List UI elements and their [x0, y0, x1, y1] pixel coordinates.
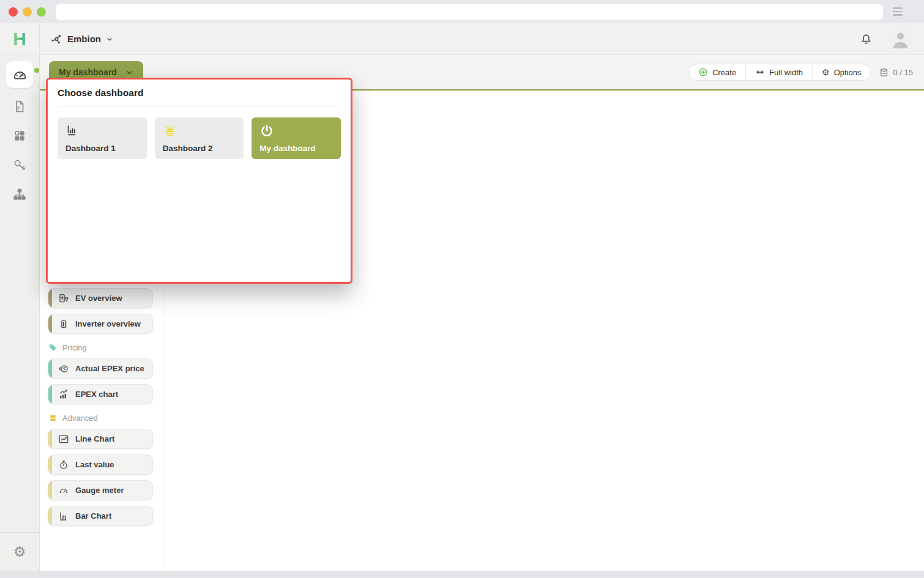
widget-item-inverter-overview[interactable]: Inverter overview	[48, 314, 153, 334]
section-label-advanced: Advanced	[48, 413, 165, 423]
options-label: Options	[834, 68, 862, 77]
widget-item-bar-chart[interactable]: Bar Chart	[48, 506, 153, 526]
section-label-text: Advanced	[62, 413, 98, 423]
toolbar-button-group: Create Full width ⚙ Options	[688, 64, 871, 81]
dashboard-card-label: Dashboard 2	[163, 144, 236, 153]
widget-label: EV overview	[75, 294, 122, 303]
create-label: Create	[712, 68, 736, 77]
window-controls	[9, 7, 46, 17]
app-header: H Embion	[0, 23, 924, 55]
accent-bar	[48, 429, 52, 449]
user-avatar[interactable]	[889, 28, 912, 50]
icon-sidebar: €	[0, 55, 40, 571]
layers-stack-icon	[879, 67, 889, 78]
layers-icon	[48, 413, 58, 423]
svg-text:€: €	[63, 366, 65, 371]
sitemap-icon	[12, 187, 27, 202]
molecule-icon	[50, 33, 62, 45]
create-button[interactable]: Create	[689, 64, 746, 80]
widget-label: Inverter overview	[75, 319, 141, 328]
widget-item-gauge-meter[interactable]: Gauge meter	[48, 480, 153, 500]
power-icon	[259, 124, 333, 138]
gear-icon: ⚙	[822, 68, 830, 76]
widget-label: Line Chart	[75, 434, 114, 443]
bar-chart-icon	[58, 511, 69, 522]
accent-bar	[48, 288, 52, 308]
widget-counter: 0 / 15	[879, 67, 913, 78]
close-window-button[interactable]	[9, 7, 18, 17]
widget-label: Gauge meter	[75, 486, 124, 495]
widget-label: EPEX chart	[75, 390, 118, 399]
gauge-icon	[58, 485, 69, 496]
plus-circle-icon	[698, 67, 708, 77]
widget-item-ev-overview[interactable]: EV overview	[48, 288, 153, 308]
tag-icon	[48, 343, 58, 352]
euro-coin-icon: €	[58, 363, 69, 374]
full-width-label: Full width	[769, 68, 803, 77]
sunrise-icon	[163, 124, 236, 138]
widget-label: Bar Chart	[75, 511, 111, 521]
line-chart-icon	[58, 434, 69, 445]
chevron-down-icon	[125, 69, 133, 76]
accent-bar	[48, 454, 52, 475]
modal-divider	[58, 106, 341, 106]
full-width-button[interactable]: Full width	[746, 64, 813, 80]
inverter-chip-icon	[58, 319, 69, 330]
widget-item-last-value[interactable]: Last value	[48, 454, 153, 475]
accent-bar	[48, 314, 52, 334]
widget-label: Actual EPEX price	[75, 364, 144, 373]
modal-title: Choose dashboard	[58, 87, 341, 98]
arrows-horizontal-icon	[755, 67, 765, 77]
sidebar-item-dashboards[interactable]	[6, 61, 33, 88]
dashboard-card-label: My dashboard	[259, 144, 333, 153]
maximize-window-button[interactable]	[37, 7, 46, 17]
choose-dashboard-modal: Choose dashboard Dashboard 1	[46, 78, 352, 284]
organization-selector[interactable]: Embion	[40, 23, 113, 54]
svg-text:€: €	[17, 105, 20, 111]
widget-item-epex-chart[interactable]: EPEX chart	[48, 384, 153, 404]
minimize-window-button[interactable]	[23, 7, 32, 17]
stopwatch-icon	[58, 459, 69, 470]
widget-item-line-chart[interactable]: Line Chart	[48, 429, 153, 449]
accent-bar	[48, 358, 52, 379]
accent-bar	[48, 480, 52, 500]
key-icon	[12, 158, 27, 172]
sidebar-item-settings[interactable]: ⚙	[13, 533, 26, 571]
widget-item-actual-epex-price[interactable]: € Actual EPEX price	[48, 358, 153, 379]
browser-titlebar	[0, 0, 924, 23]
organization-name: Embion	[67, 34, 101, 44]
sidebar-item-widgets[interactable]	[0, 121, 39, 150]
active-indicator-dot	[34, 68, 39, 73]
accent-bar	[48, 384, 52, 404]
gear-icon: ⚙	[13, 545, 26, 559]
dashboard-card-my-dashboard[interactable]: My dashboard	[251, 117, 341, 159]
dashboard-gauge-icon	[12, 67, 28, 83]
widget-label: Last value	[75, 460, 114, 469]
widgets-grid-icon	[13, 129, 26, 143]
chevron-down-icon	[106, 35, 113, 43]
dashboard-card-2[interactable]: Dashboard 2	[155, 117, 244, 159]
logo-letter: H	[13, 30, 26, 48]
sidebar-item-invoices[interactable]: €	[0, 92, 39, 121]
widget-count-value: 0 / 15	[893, 68, 913, 77]
price-chart-icon	[58, 389, 69, 400]
bottom-strip	[0, 571, 924, 578]
ev-charger-icon	[58, 293, 69, 304]
dashboard-card-label: Dashboard 1	[65, 144, 139, 153]
dashboard-selector-label: My dashboard	[59, 67, 117, 77]
bar-chart-icon	[65, 124, 139, 137]
sidebar-item-hierarchy[interactable]	[0, 180, 39, 209]
sidebar-item-access-keys[interactable]	[0, 150, 39, 180]
invoice-icon: €	[12, 99, 27, 114]
section-label-text: Pricing	[62, 343, 87, 352]
options-button[interactable]: ⚙ Options	[813, 64, 870, 80]
app-logo[interactable]: H	[0, 23, 40, 54]
notifications-bell-icon[interactable]	[859, 32, 873, 46]
browser-menu-icon[interactable]	[893, 7, 903, 16]
dashboard-card-1[interactable]: Dashboard 1	[58, 117, 147, 159]
section-label-pricing: Pricing	[48, 343, 165, 352]
app-window: H Embion	[0, 0, 924, 578]
address-bar[interactable]	[56, 4, 883, 20]
accent-bar	[48, 506, 52, 526]
